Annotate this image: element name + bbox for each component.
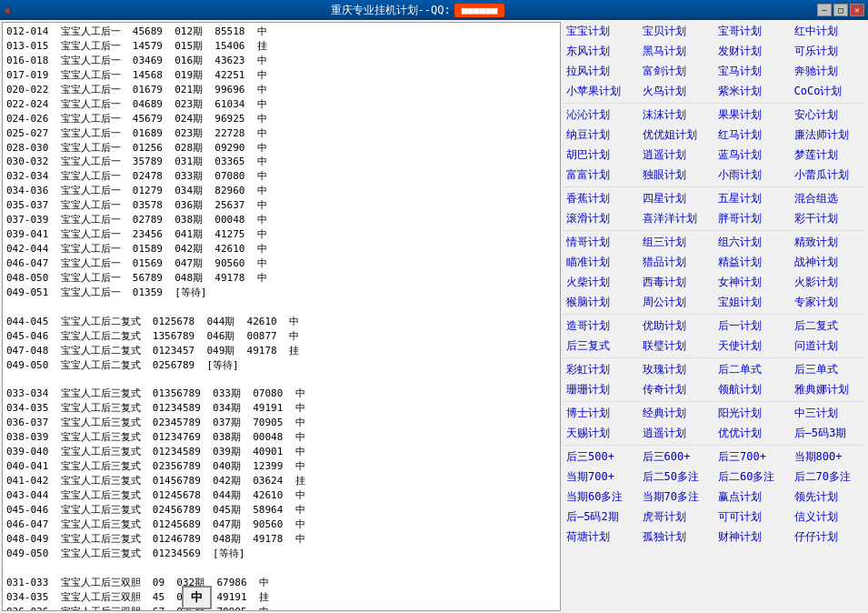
plan-link-21-1[interactable]: 后二50多注 bbox=[639, 467, 715, 487]
plan-link-23-3[interactable]: 信义计划 bbox=[791, 507, 867, 527]
plan-link-10-3[interactable]: 精致计划 bbox=[791, 233, 867, 252]
plan-link-16-2[interactable]: 后二单式 bbox=[714, 360, 791, 379]
plan-link-14-0[interactable]: 造哥计划 bbox=[563, 317, 639, 336]
plan-link-13-0[interactable]: 猴脑计划 bbox=[563, 293, 639, 312]
plan-link-12-0[interactable]: 火柴计划 bbox=[563, 273, 639, 292]
plan-link-5-0[interactable]: 纳豆计划 bbox=[563, 126, 639, 145]
plan-link-9-1[interactable]: 喜洋洋计划 bbox=[639, 209, 715, 228]
plan-link-17-0[interactable]: 珊珊计划 bbox=[563, 380, 639, 399]
plan-link-5-3[interactable]: 廉法师计划 bbox=[791, 126, 867, 145]
plan-link-18-0[interactable]: 博士计划 bbox=[563, 404, 639, 423]
plan-link-23-2[interactable]: 可可计划 bbox=[714, 507, 791, 527]
plan-link-2-3[interactable]: 奔驰计划 bbox=[791, 62, 867, 81]
plan-link-15-3[interactable]: 问道计划 bbox=[791, 337, 867, 356]
plan-link-15-0[interactable]: 后三复式 bbox=[563, 337, 639, 356]
plan-link-3-1[interactable]: 火鸟计划 bbox=[639, 82, 715, 101]
plan-link-12-2[interactable]: 女神计划 bbox=[714, 273, 791, 292]
plan-link-4-2[interactable]: 果果计划 bbox=[714, 106, 791, 125]
plan-link-24-0[interactable]: 荷塘计划 bbox=[563, 528, 639, 547]
plan-link-10-0[interactable]: 情哥计划 bbox=[563, 233, 639, 252]
plan-link-14-3[interactable]: 后二复式 bbox=[791, 317, 867, 336]
plan-link-1-1[interactable]: 黑马计划 bbox=[639, 42, 715, 61]
plan-link-24-3[interactable]: 仔仔计划 bbox=[791, 528, 867, 547]
plan-link-22-1[interactable]: 当期70多注 bbox=[639, 487, 715, 507]
plan-link-0-1[interactable]: 宝贝计划 bbox=[639, 22, 715, 41]
plan-link-5-1[interactable]: 优优姐计划 bbox=[639, 126, 715, 145]
plan-link-8-0[interactable]: 香蕉计划 bbox=[563, 189, 639, 208]
plan-link-16-1[interactable]: 玫瑰计划 bbox=[639, 360, 715, 379]
plan-link-7-3[interactable]: 小蕾瓜计划 bbox=[791, 166, 867, 185]
plan-link-21-2[interactable]: 后二60多注 bbox=[714, 467, 791, 487]
plan-link-5-2[interactable]: 红马计划 bbox=[714, 126, 791, 145]
plan-link-20-0[interactable]: 后三500+ bbox=[563, 447, 639, 467]
plan-link-18-3[interactable]: 中三计划 bbox=[791, 404, 867, 423]
plan-link-12-3[interactable]: 火影计划 bbox=[791, 273, 867, 292]
plan-link-19-3[interactable]: 后—5码3期 bbox=[791, 424, 867, 443]
plan-link-1-3[interactable]: 可乐计划 bbox=[791, 42, 867, 61]
plan-link-11-2[interactable]: 精益计划 bbox=[714, 253, 791, 272]
plan-link-22-2[interactable]: 赢点计划 bbox=[714, 487, 791, 507]
plan-link-17-2[interactable]: 领航计划 bbox=[714, 380, 791, 399]
plan-link-1-2[interactable]: 发财计划 bbox=[714, 42, 791, 61]
plan-link-13-3[interactable]: 专家计划 bbox=[791, 293, 867, 312]
plan-link-9-0[interactable]: 滚滑计划 bbox=[563, 209, 639, 228]
plan-link-7-0[interactable]: 富富计划 bbox=[563, 166, 639, 185]
plan-link-22-3[interactable]: 领先计划 bbox=[791, 487, 867, 507]
plan-link-14-1[interactable]: 优助计划 bbox=[639, 317, 715, 336]
plan-link-1-0[interactable]: 东风计划 bbox=[563, 42, 639, 61]
plan-link-19-0[interactable]: 天赐计划 bbox=[563, 424, 639, 443]
plan-link-20-3[interactable]: 当期800+ bbox=[791, 447, 867, 467]
plan-link-15-2[interactable]: 天使计划 bbox=[714, 337, 791, 356]
plan-link-9-3[interactable]: 彩干计划 bbox=[791, 209, 867, 228]
plan-link-22-0[interactable]: 当期60多注 bbox=[563, 487, 639, 507]
plan-link-3-2[interactable]: 紫米计划 bbox=[714, 82, 791, 101]
plan-link-0-0[interactable]: 宝宝计划 bbox=[563, 22, 639, 41]
plan-link-13-1[interactable]: 周公计划 bbox=[639, 293, 715, 312]
plan-link-4-1[interactable]: 沫沫计划 bbox=[639, 106, 715, 125]
plan-link-17-1[interactable]: 传奇计划 bbox=[639, 380, 715, 399]
plan-link-18-2[interactable]: 阳光计划 bbox=[714, 404, 791, 423]
plan-link-15-1[interactable]: 联璧计划 bbox=[639, 337, 715, 356]
plan-link-24-2[interactable]: 财神计划 bbox=[714, 528, 791, 547]
plan-link-21-0[interactable]: 当期700+ bbox=[563, 467, 639, 487]
plan-link-2-1[interactable]: 富剑计划 bbox=[639, 62, 715, 81]
plan-link-6-3[interactable]: 梦莲计划 bbox=[791, 146, 867, 165]
plan-link-7-1[interactable]: 独眼计划 bbox=[639, 166, 715, 185]
plan-link-0-2[interactable]: 宝哥计划 bbox=[714, 22, 791, 41]
plan-link-6-2[interactable]: 蓝鸟计划 bbox=[714, 146, 791, 165]
plan-link-11-3[interactable]: 战神计划 bbox=[791, 253, 867, 272]
plan-link-13-2[interactable]: 宝姐计划 bbox=[714, 293, 791, 312]
plan-link-19-2[interactable]: 优优计划 bbox=[714, 424, 791, 443]
plan-link-19-1[interactable]: 逍遥计划 bbox=[639, 424, 715, 443]
plan-link-10-2[interactable]: 组六计划 bbox=[714, 233, 791, 252]
plan-link-18-1[interactable]: 经典计划 bbox=[639, 404, 715, 423]
plan-link-11-0[interactable]: 瞄准计划 bbox=[563, 253, 639, 272]
plan-link-20-2[interactable]: 后三700+ bbox=[714, 447, 791, 467]
plan-link-20-1[interactable]: 后三600+ bbox=[639, 447, 715, 467]
plan-link-12-1[interactable]: 西毒计划 bbox=[639, 273, 715, 292]
plan-link-8-1[interactable]: 四星计划 bbox=[639, 189, 715, 208]
list-content[interactable]: 012-014 宝宝人工后一 45689 012期 85518 中 013-01… bbox=[3, 23, 560, 610]
plan-link-17-3[interactable]: 雅典娜计划 bbox=[791, 380, 867, 399]
plan-link-2-2[interactable]: 宝马计划 bbox=[714, 62, 791, 81]
plan-link-10-1[interactable]: 组三计划 bbox=[639, 233, 715, 252]
plan-link-24-1[interactable]: 孤独计划 bbox=[639, 528, 715, 547]
plan-link-2-0[interactable]: 拉风计划 bbox=[563, 62, 639, 81]
plan-link-3-3[interactable]: CoCo计划 bbox=[791, 82, 867, 101]
plan-link-4-3[interactable]: 安心计划 bbox=[791, 106, 867, 125]
minimize-button[interactable]: — bbox=[817, 4, 832, 16]
plan-link-23-0[interactable]: 后—5码2期 bbox=[563, 507, 639, 527]
plan-link-3-0[interactable]: 小苹果计划 bbox=[563, 82, 639, 101]
plan-link-11-1[interactable]: 猎品计划 bbox=[639, 253, 715, 272]
close-button[interactable]: ✕ bbox=[850, 4, 864, 16]
plan-link-7-2[interactable]: 小雨计划 bbox=[714, 166, 791, 185]
plan-link-14-2[interactable]: 后一计划 bbox=[714, 317, 791, 336]
plan-link-16-3[interactable]: 后三单式 bbox=[791, 360, 867, 379]
plan-link-16-0[interactable]: 彩虹计划 bbox=[563, 360, 639, 379]
plan-link-23-1[interactable]: 虎哥计划 bbox=[639, 507, 715, 527]
plan-link-21-3[interactable]: 后二70多注 bbox=[791, 467, 867, 487]
plan-link-0-3[interactable]: 红中计划 bbox=[791, 22, 867, 41]
maximize-button[interactable]: □ bbox=[833, 4, 848, 16]
plan-link-9-2[interactable]: 胖哥计划 bbox=[714, 209, 791, 228]
plan-link-6-1[interactable]: 逍遥计划 bbox=[639, 146, 715, 165]
